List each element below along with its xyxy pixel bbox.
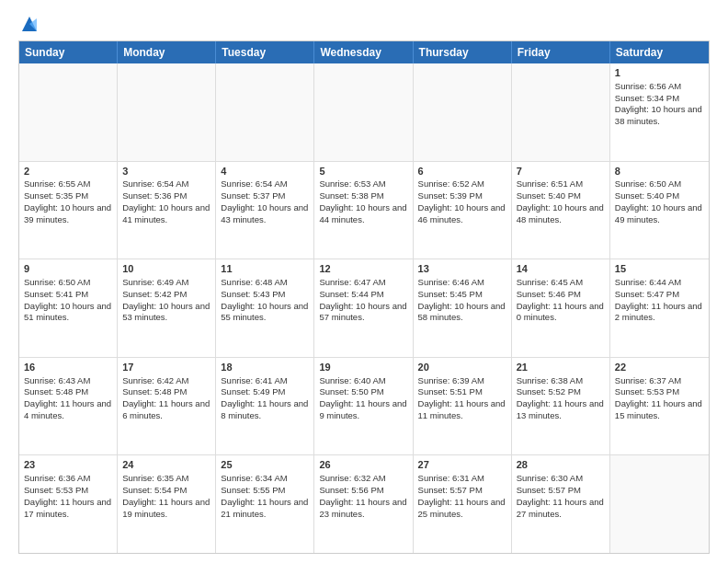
- calendar-cell: 20Sunrise: 6:39 AMSunset: 5:51 PMDayligh…: [414, 358, 512, 455]
- day-number: 8: [615, 165, 704, 178]
- weekday-header: Saturday: [610, 41, 709, 63]
- day-info: Sunrise: 6:44 AM: [615, 277, 681, 287]
- calendar-cell: 6Sunrise: 6:52 AMSunset: 5:39 PMDaylight…: [414, 162, 512, 259]
- day-info: Sunrise: 6:37 AM: [615, 375, 681, 385]
- calendar-cell: 7Sunrise: 6:51 AMSunset: 5:40 PMDaylight…: [512, 162, 610, 259]
- day-info: Daylight: 11 hours and 9 minutes.: [319, 398, 406, 420]
- day-number: 25: [221, 458, 309, 472]
- day-info: Sunset: 5:34 PM: [615, 93, 679, 103]
- day-number: 2: [24, 165, 112, 178]
- calendar-cell: 21Sunrise: 6:38 AMSunset: 5:52 PMDayligh…: [512, 358, 610, 455]
- calendar-row: 23Sunrise: 6:36 AMSunset: 5:53 PMDayligh…: [19, 454, 709, 553]
- day-number: 12: [319, 262, 407, 276]
- calendar-row: 16Sunrise: 6:43 AMSunset: 5:48 PMDayligh…: [19, 357, 709, 455]
- day-number: 23: [24, 458, 112, 472]
- day-info: Sunset: 5:41 PM: [24, 289, 88, 299]
- calendar-cell: [610, 455, 709, 553]
- day-info: Sunrise: 6:40 AM: [319, 375, 385, 385]
- day-number: 19: [319, 361, 407, 374]
- day-info: Sunset: 5:40 PM: [517, 190, 581, 201]
- day-info: Sunrise: 6:43 AM: [24, 375, 90, 385]
- calendar-cell: 18Sunrise: 6:41 AMSunset: 5:49 PMDayligh…: [216, 358, 314, 455]
- day-info: Sunset: 5:55 PM: [221, 485, 285, 495]
- calendar-cell: 11Sunrise: 6:48 AMSunset: 5:43 PMDayligh…: [216, 259, 314, 357]
- day-info: Sunrise: 6:51 AM: [517, 178, 583, 189]
- day-info: Sunrise: 6:31 AM: [418, 473, 484, 483]
- calendar-cell: [216, 63, 314, 161]
- calendar-cell: 19Sunrise: 6:40 AMSunset: 5:50 PMDayligh…: [314, 358, 413, 455]
- day-number: 18: [221, 361, 309, 374]
- day-info: Daylight: 10 hours and 41 minutes.: [122, 202, 210, 224]
- calendar-header: SundayMondayTuesdayWednesdayThursdayFrid…: [19, 41, 709, 63]
- calendar-row: 2Sunrise: 6:55 AMSunset: 5:35 PMDaylight…: [19, 161, 709, 259]
- day-number: 5: [319, 165, 407, 178]
- day-info: Daylight: 10 hours and 55 minutes.: [221, 301, 308, 323]
- day-info: Sunset: 5:35 PM: [24, 190, 88, 201]
- calendar-cell: 8Sunrise: 6:50 AMSunset: 5:40 PMDaylight…: [610, 162, 709, 259]
- day-info: Sunrise: 6:49 AM: [122, 277, 188, 287]
- day-info: Sunset: 5:48 PM: [24, 386, 88, 396]
- day-info: Sunset: 5:49 PM: [221, 386, 285, 396]
- day-info: Daylight: 11 hours and 21 minutes.: [221, 497, 308, 519]
- weekday-header: Thursday: [414, 41, 512, 63]
- day-info: Sunrise: 6:47 AM: [319, 277, 385, 287]
- day-info: Sunrise: 6:34 AM: [221, 473, 287, 483]
- day-number: 7: [517, 165, 605, 178]
- day-info: Daylight: 11 hours and 4 minutes.: [24, 398, 111, 420]
- day-info: Sunrise: 6:54 AM: [122, 178, 188, 189]
- calendar: SundayMondayTuesdayWednesdayThursdayFrid…: [18, 40, 710, 554]
- day-info: Daylight: 11 hours and 11 minutes.: [418, 398, 506, 420]
- calendar-cell: 14Sunrise: 6:45 AMSunset: 5:46 PMDayligh…: [512, 259, 610, 357]
- day-number: 26: [319, 458, 407, 472]
- calendar-cell: 13Sunrise: 6:46 AMSunset: 5:45 PMDayligh…: [414, 259, 512, 357]
- day-info: Sunrise: 6:32 AM: [319, 473, 385, 483]
- calendar-cell: [414, 63, 512, 161]
- day-info: Sunrise: 6:35 AM: [122, 473, 188, 483]
- calendar-cell: 9Sunrise: 6:50 AMSunset: 5:41 PMDaylight…: [19, 259, 118, 357]
- day-info: Sunset: 5:46 PM: [517, 289, 581, 299]
- day-info: Sunset: 5:47 PM: [615, 289, 679, 299]
- day-info: Daylight: 10 hours and 38 minutes.: [615, 104, 702, 126]
- day-info: Sunrise: 6:42 AM: [122, 375, 188, 385]
- day-info: Sunset: 5:57 PM: [418, 485, 483, 495]
- day-info: Daylight: 10 hours and 43 minutes.: [221, 202, 308, 224]
- day-info: Sunrise: 6:50 AM: [24, 277, 90, 287]
- day-info: Sunset: 5:50 PM: [319, 386, 383, 396]
- day-info: Sunset: 5:38 PM: [319, 190, 383, 201]
- day-info: Sunset: 5:57 PM: [517, 485, 581, 495]
- calendar-cell: [19, 63, 118, 161]
- day-info: Daylight: 10 hours and 53 minutes.: [122, 301, 210, 323]
- day-info: Daylight: 11 hours and 19 minutes.: [122, 497, 210, 519]
- day-info: Sunset: 5:53 PM: [24, 485, 88, 495]
- day-number: 1: [615, 66, 704, 80]
- day-number: 3: [122, 165, 210, 178]
- day-info: Sunset: 5:44 PM: [319, 289, 383, 299]
- day-info: Sunset: 5:43 PM: [221, 289, 285, 299]
- day-number: 6: [418, 165, 506, 178]
- calendar-cell: 15Sunrise: 6:44 AMSunset: 5:47 PMDayligh…: [610, 259, 709, 357]
- day-number: 4: [221, 165, 309, 178]
- calendar-body: 1Sunrise: 6:56 AMSunset: 5:34 PMDaylight…: [19, 63, 709, 553]
- calendar-cell: 28Sunrise: 6:30 AMSunset: 5:57 PMDayligh…: [512, 455, 610, 553]
- day-info: Daylight: 11 hours and 17 minutes.: [24, 497, 111, 519]
- day-number: 14: [517, 262, 605, 276]
- calendar-cell: 26Sunrise: 6:32 AMSunset: 5:56 PMDayligh…: [314, 455, 413, 553]
- day-info: Sunrise: 6:36 AM: [24, 473, 90, 483]
- calendar-cell: [118, 63, 216, 161]
- day-info: Daylight: 10 hours and 58 minutes.: [418, 301, 506, 323]
- calendar-cell: 16Sunrise: 6:43 AMSunset: 5:48 PMDayligh…: [19, 358, 118, 455]
- day-info: Sunset: 5:52 PM: [517, 386, 581, 396]
- day-info: Sunset: 5:48 PM: [122, 386, 187, 396]
- day-info: Daylight: 11 hours and 15 minutes.: [615, 398, 702, 420]
- weekday-header: Monday: [118, 41, 216, 63]
- calendar-row: 9Sunrise: 6:50 AMSunset: 5:41 PMDaylight…: [19, 259, 709, 357]
- weekday-header: Friday: [512, 41, 610, 63]
- logo-icon: [20, 15, 39, 33]
- day-number: 10: [122, 262, 210, 276]
- day-number: 22: [615, 361, 704, 374]
- day-number: 13: [418, 262, 506, 276]
- day-number: 11: [221, 262, 309, 276]
- day-info: Daylight: 11 hours and 6 minutes.: [122, 398, 210, 420]
- day-info: Sunrise: 6:39 AM: [418, 375, 484, 385]
- day-info: Daylight: 10 hours and 48 minutes.: [517, 202, 604, 224]
